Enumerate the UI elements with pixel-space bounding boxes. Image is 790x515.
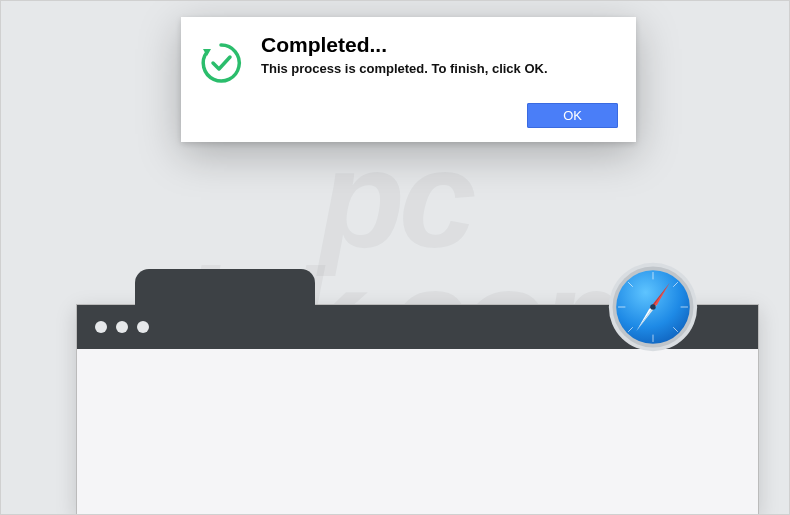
safari-compass-icon bbox=[607, 261, 699, 353]
browser-tab[interactable] bbox=[135, 269, 315, 305]
ok-button[interactable]: OK bbox=[527, 103, 618, 128]
completion-dialog: Completed... This process is completed. … bbox=[181, 17, 636, 142]
svg-point-15 bbox=[650, 304, 656, 310]
maximize-window-icon[interactable] bbox=[137, 321, 149, 333]
window-controls[interactable] bbox=[95, 321, 149, 333]
dialog-title: Completed... bbox=[261, 33, 618, 57]
checkmark-refresh-icon bbox=[199, 41, 243, 85]
dialog-message: This process is completed. To finish, cl… bbox=[261, 61, 618, 76]
minimize-window-icon[interactable] bbox=[116, 321, 128, 333]
close-window-icon[interactable] bbox=[95, 321, 107, 333]
